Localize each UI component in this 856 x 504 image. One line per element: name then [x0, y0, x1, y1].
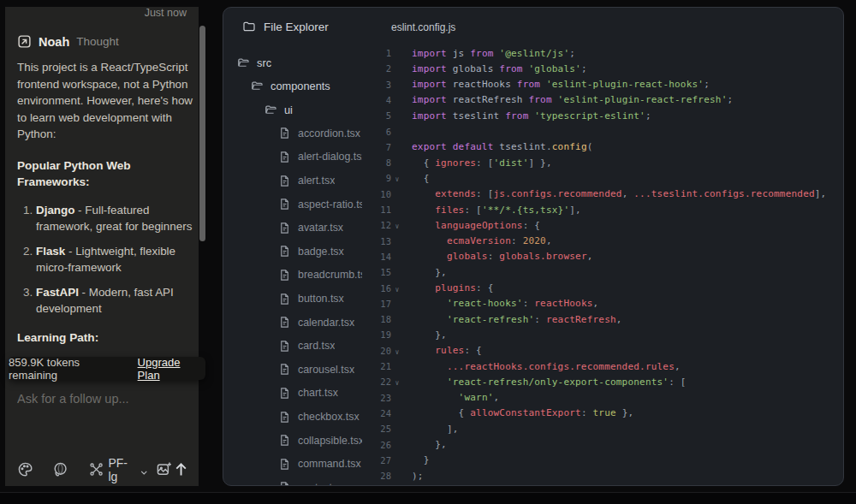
file-explorer-header[interactable]: File Explorer	[242, 20, 329, 33]
code-line-12[interactable]: 12∨ languageOptions: {	[360, 217, 843, 233]
code-line-10[interactable]: 10 extends: [js.configs.recommended, ...…	[360, 187, 843, 202]
tree-file-avatar.tsx[interactable]: avatar.tsx	[278, 219, 343, 236]
tree-label: src	[257, 56, 271, 69]
palette-icon[interactable]	[17, 461, 33, 478]
fold-spacer	[391, 52, 403, 55]
tree-label: carousel.tsx	[298, 364, 354, 376]
file-tree: srccomponentsuiaccordion.tsxalert-dialog…	[223, 47, 362, 486]
line-number: 11	[360, 205, 391, 215]
tree-label: context-menu	[298, 482, 362, 486]
file-icon	[278, 387, 291, 400]
tree-label: aspect-ratio.tsx	[298, 199, 362, 210]
line-number: 5	[360, 110, 391, 121]
code-line-11[interactable]: 11 files: ['**/*.{ts,tsx}'],	[360, 202, 843, 217]
fold-chevron-icon[interactable]: ∨	[391, 346, 403, 356]
fold-spacer	[391, 193, 403, 195]
code-line-6[interactable]: 6	[360, 124, 843, 139]
code-line-28[interactable]: 28);	[360, 468, 843, 483]
tree-file-button.tsx[interactable]: button.tsx	[278, 290, 344, 307]
tree-label: alert-dialog.tsx	[298, 151, 362, 163]
tree-folder-components[interactable]: components	[251, 78, 330, 95]
code-text: plugins: {	[403, 282, 494, 294]
tree-file-badge.tsx[interactable]: badge.tsx	[278, 243, 344, 260]
tree-file-alert-dialog.tsx[interactable]: alert-dialog.tsx	[278, 148, 362, 165]
globe-icon[interactable]	[52, 461, 68, 478]
editor-tab[interactable]: eslint.config.js	[391, 21, 455, 33]
fold-spacer	[391, 255, 403, 258]
tree-file-command.tsx[interactable]: command.tsx	[278, 455, 361, 472]
code-line-21[interactable]: 21 ...reactHooks.configs.recommended.rul…	[360, 359, 843, 374]
line-number: 7	[360, 142, 391, 152]
file-icon	[278, 481, 291, 486]
code-line-16[interactable]: 16∨ plugins: {	[360, 281, 843, 296]
tree-file-alert.tsx[interactable]: alert.tsx	[278, 172, 335, 189]
tree-file-carousel.tsx[interactable]: carousel.tsx	[278, 361, 354, 378]
code-line-5[interactable]: 5import tseslint from 'typescript-eslint…	[360, 108, 843, 123]
fold-spacer	[391, 475, 403, 477]
folder-icon	[237, 56, 250, 69]
code-line-23[interactable]: 23 'warn',	[360, 390, 843, 406]
code-line-3[interactable]: 3import reactHooks from 'eslint-plugin-r…	[360, 77, 843, 92]
code-line-2[interactable]: 2import globals from 'globals';	[360, 61, 843, 76]
fold-chevron-icon[interactable]: ∨	[391, 377, 403, 387]
code-line-22[interactable]: 22∨ 'react-refresh/only-export-component…	[360, 374, 843, 389]
tree-file-breadcrumb.tsx[interactable]: breadcrumb.tsx	[278, 266, 362, 283]
tree-label: calendar.tsx	[298, 317, 354, 329]
fold-chevron-icon[interactable]: ∨	[391, 220, 403, 230]
tree-file-calendar.tsx[interactable]: calendar.tsx	[278, 314, 354, 331]
code-line-17[interactable]: 17 'react-hooks': reactHooks,	[360, 296, 843, 311]
code-line-1[interactable]: 1import js from '@eslint/js';	[360, 45, 843, 61]
send-arrow-icon[interactable]	[172, 460, 190, 479]
thought-badge[interactable]: Thought	[76, 35, 119, 48]
fold-spacer	[391, 271, 403, 274]
code-line-7[interactable]: 7export default tseslint.config(	[360, 139, 843, 155]
line-number: 12	[360, 220, 391, 230]
code-line-27[interactable]: 27 }	[360, 453, 843, 468]
code-text: ...reactHooks.configs.recommended.rules,	[403, 361, 681, 372]
code-line-18[interactable]: 18 'react-refresh': reactRefresh,	[360, 311, 843, 327]
file-icon	[278, 127, 291, 139]
code-line-8[interactable]: 8 { ignores: ['dist'] },	[360, 155, 843, 170]
tree-folder-src[interactable]: src	[237, 54, 271, 71]
code-line-29[interactable]: 29	[360, 483, 843, 486]
code-line-4[interactable]: 4import reactRefresh from 'eslint-plugin…	[360, 92, 843, 108]
code-line-20[interactable]: 20∨ rules: {	[360, 343, 843, 359]
upgrade-plan-link[interactable]: Upgrade Plan	[138, 356, 205, 382]
fold-chevron-icon[interactable]: ∨	[391, 173, 403, 183]
fold-spacer	[391, 428, 403, 430]
tree-file-accordion.tsx[interactable]: accordion.tsx	[278, 125, 360, 142]
code-line-9[interactable]: 9∨ {	[360, 170, 843, 186]
image-plus-icon[interactable]	[156, 461, 172, 478]
code-line-19[interactable]: 19 },	[360, 327, 843, 342]
code-text: {	[403, 173, 429, 184]
line-number: 6	[360, 127, 391, 137]
tree-file-aspect-ratio.tsx[interactable]: aspect-ratio.tsx	[278, 196, 362, 213]
tree-file-context-menu[interactable]: context-menu	[278, 479, 362, 486]
model-selector[interactable]: PF-lg	[89, 456, 148, 483]
code-line-26[interactable]: 26 },	[360, 437, 843, 453]
tree-file-checkbox.tsx[interactable]: checkbox.tsx	[278, 408, 360, 425]
line-number: 3	[360, 80, 391, 90]
code-line-13[interactable]: 13 ecmaVersion: 2020,	[360, 234, 843, 249]
code-text: { allowConstantExport: true },	[403, 407, 633, 418]
chat-scrollbar[interactable]	[199, 26, 205, 241]
fold-spacer	[391, 412, 403, 414]
tree-file-collapsible.tsx[interactable]: collapsible.tsx	[278, 432, 362, 449]
file-icon	[278, 269, 291, 282]
tree-file-chart.tsx[interactable]: chart.tsx	[278, 384, 338, 401]
followup-input[interactable]	[17, 392, 188, 406]
code-text: },	[403, 329, 447, 341]
code-line-24[interactable]: 24 { allowConstantExport: true },	[360, 406, 843, 421]
tree-label: ui	[284, 104, 293, 116]
code-line-15[interactable]: 15 },	[360, 264, 843, 280]
tree-folder-ui[interactable]: ui	[265, 101, 293, 118]
code-text: export default tseslint.config(	[403, 141, 593, 152]
code-line-14[interactable]: 14 globals: globals.browser,	[360, 249, 843, 264]
fold-chevron-icon[interactable]: ∨	[391, 283, 403, 294]
tree-label: chart.tsx	[298, 387, 338, 399]
code-line-25[interactable]: 25 ],	[360, 421, 843, 436]
tree-label: components	[270, 80, 330, 92]
tree-file-card.tsx[interactable]: card.tsx	[278, 337, 335, 354]
folder-icon	[242, 20, 256, 33]
code-text: extends: [js.configs.recommended, ...tse…	[403, 188, 826, 199]
